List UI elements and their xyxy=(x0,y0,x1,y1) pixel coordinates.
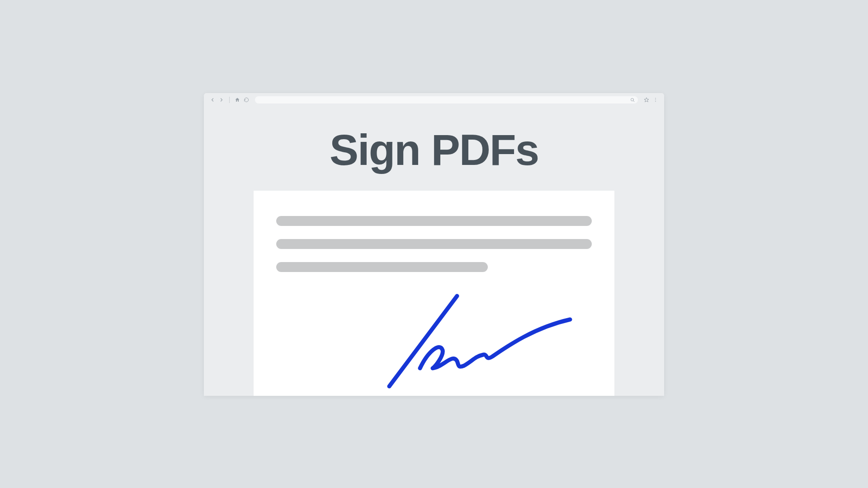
document-text-line xyxy=(276,216,592,226)
browser-window: Sign PDFs xyxy=(204,93,664,396)
svg-point-4 xyxy=(655,99,656,100)
browser-toolbar xyxy=(204,93,664,107)
svg-marker-2 xyxy=(644,98,649,102)
address-bar[interactable] xyxy=(255,96,638,103)
document-text-line xyxy=(276,262,488,272)
document-text-line xyxy=(276,239,592,249)
svg-line-1 xyxy=(633,100,634,101)
svg-point-3 xyxy=(655,98,656,99)
star-icon[interactable] xyxy=(643,97,650,103)
illustration-stage: Sign PDFs xyxy=(105,59,763,429)
refresh-icon[interactable] xyxy=(243,97,250,103)
toolbar-divider xyxy=(229,97,230,103)
page-title: Sign PDFs xyxy=(330,128,538,172)
back-icon[interactable] xyxy=(209,97,216,103)
home-icon[interactable] xyxy=(234,97,241,103)
signature-graphic xyxy=(385,292,575,392)
forward-icon[interactable] xyxy=(218,97,225,103)
search-icon xyxy=(630,97,635,103)
document-preview xyxy=(254,191,614,396)
browser-content: Sign PDFs xyxy=(204,107,664,396)
more-vertical-icon[interactable] xyxy=(652,97,659,103)
svg-point-5 xyxy=(655,101,656,102)
